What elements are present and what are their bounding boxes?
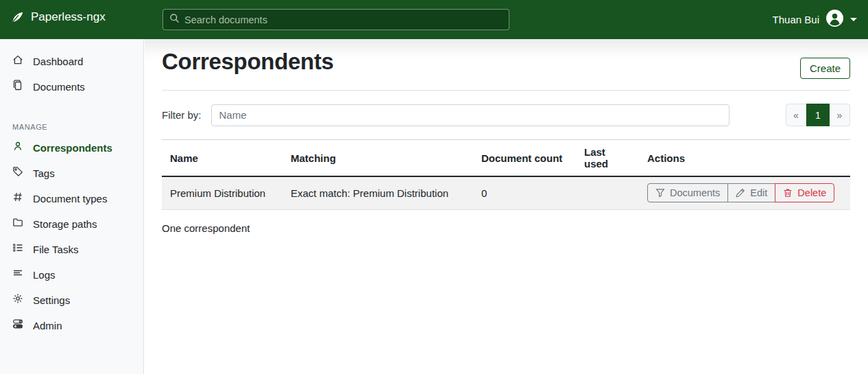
sidebar-item-logs[interactable]: Logs [0,262,143,288]
table-row: Premium Distribution Exact match: Premiu… [162,176,850,209]
sidebar-item-admin[interactable]: Admin [0,313,143,338]
avatar [826,10,843,30]
sidebar-item-label: Correspondents [33,141,112,155]
row-documents-label: Documents [670,187,720,198]
result-count-summary: One correspondent [162,222,850,234]
sidebar-item-documents[interactable]: Documents [0,74,143,100]
toggles-icon [12,318,23,333]
column-header-last-used: Last used [576,140,639,177]
text-lines-icon [12,268,23,282]
sidebar-section-manage: MANAGE [12,123,131,131]
pagination: « 1 » [786,104,850,126]
create-button[interactable]: Create [800,58,850,79]
sidebar-item-label: Admin [33,318,62,333]
search-input[interactable] [184,14,503,25]
sidebar-item-label: Dashboard [33,54,83,69]
folder-icon [12,217,23,231]
main-content: Correspondents Create Filter by: « 1 » N… [145,39,868,374]
table-header-row: Name Matching Document count Last used A… [162,140,850,177]
correspondents-table: Name Matching Document count Last used A… [162,139,850,210]
sidebar-item-correspondents[interactable]: Correspondents [0,135,143,161]
top-navbar: Paperless-ngx Thuan Bui [0,0,868,39]
sidebar-item-document-types[interactable]: Document types [0,186,143,211]
sidebar-item-label: Settings [33,293,70,307]
sidebar-item-tags[interactable]: Tags [0,161,143,186]
sidebar: Dashboard Documents MANAGE Correspondent… [0,39,144,374]
person-icon [12,141,23,155]
filter-name-input[interactable] [211,104,730,126]
hash-icon [12,191,23,206]
sidebar-item-label: File Tasks [33,242,78,257]
sidebar-item-label: Storage paths [33,217,97,231]
list-check-icon [12,242,23,257]
files-icon [12,80,23,94]
cell-actions: Documents Edit [639,176,850,209]
sidebar-item-storage-paths[interactable]: Storage paths [0,211,143,237]
cell-document-count: 0 [473,176,576,209]
trash-icon [783,188,793,198]
sidebar-item-label: Documents [33,80,85,94]
logo-feather-icon [10,10,25,25]
app-brand[interactable]: Paperless-ngx [10,10,106,25]
funnel-icon [655,188,665,198]
pagination-next-button[interactable]: » [830,104,850,126]
global-search [162,9,509,30]
pagination-current-page[interactable]: 1 [806,104,830,126]
cell-name: Premium Distribution [162,176,282,209]
row-documents-button[interactable]: Documents [647,183,728,202]
caret-down-icon [850,18,857,21]
page-title: Correspondents [162,49,334,75]
row-delete-label: Delete [797,187,826,198]
row-edit-button[interactable]: Edit [727,183,775,202]
pencil-icon [736,188,745,198]
sidebar-item-dashboard[interactable]: Dashboard [0,49,143,74]
user-menu[interactable]: Thuan Bui [773,0,857,39]
gear-icon [12,293,23,307]
row-edit-label: Edit [750,187,767,198]
filter-label: Filter by: [162,109,202,121]
home-icon [12,54,23,69]
row-delete-button[interactable]: Delete [775,183,834,202]
sidebar-item-label: Logs [33,268,56,282]
sidebar-item-label: Document types [33,191,107,206]
search-icon [169,13,180,26]
brand-name: Paperless-ngx [31,10,106,24]
sidebar-item-label: Tags [33,166,55,180]
cell-last-used [576,176,639,209]
column-header-matching: Matching [282,140,473,177]
column-header-name: Name [162,140,282,177]
sidebar-item-file-tasks[interactable]: File Tasks [0,237,143,262]
column-header-document-count: Document count [473,140,576,177]
column-header-actions: Actions [639,140,850,177]
pagination-prev-button[interactable]: « [786,104,806,126]
tag-icon [12,166,23,180]
cell-matching: Exact match: Premium Distribution [282,176,473,209]
sidebar-item-settings[interactable]: Settings [0,288,143,313]
user-name: Thuan Bui [773,14,819,25]
